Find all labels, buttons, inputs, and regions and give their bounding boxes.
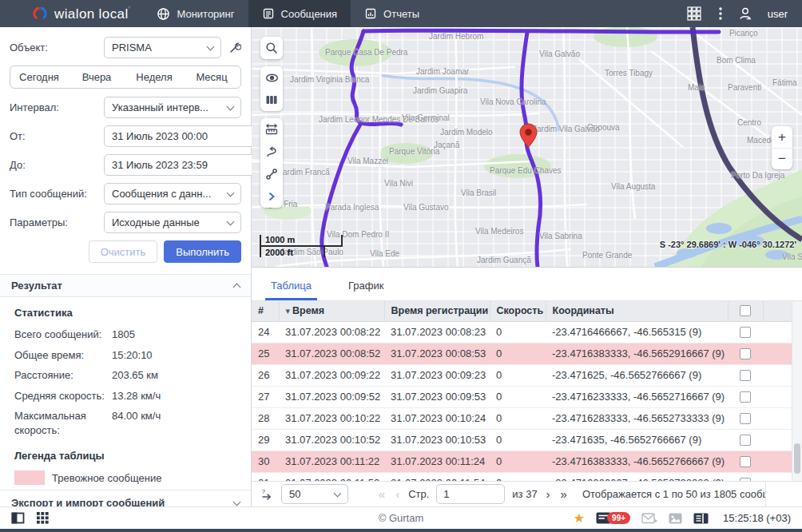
legend-swatch: [14, 470, 45, 485]
message-type-select[interactable]: Сообщения с данн...: [104, 183, 241, 204]
notifications-icon[interactable]: 99+: [596, 512, 630, 524]
row-checkbox[interactable]: [740, 413, 751, 424]
table-row[interactable]: 2731.07.2023 00:09:5231.07.2023 00:09:53…: [252, 386, 792, 407]
kebab-menu-icon[interactable]: [718, 6, 723, 21]
chevron-down-icon: [227, 189, 235, 197]
tab-table[interactable]: Таблица: [271, 280, 312, 300]
zoom-out-button[interactable]: −: [772, 148, 792, 169]
range-yesterday-button[interactable]: Вчера: [68, 66, 125, 88]
goto-message-icon[interactable]: ?: [260, 487, 274, 502]
execute-button[interactable]: Выполнить: [164, 240, 241, 263]
track-points-icon[interactable]: [260, 163, 283, 185]
table-row[interactable]: 2931.07.2023 00:10:5231.07.2023 00:10:53…: [252, 429, 792, 451]
zoom-in-button[interactable]: +: [772, 126, 792, 148]
favorites-star-icon[interactable]: ★: [574, 512, 585, 525]
table-scrollbar[interactable]: [792, 301, 802, 481]
map-area-label: Jardim Modelo: [440, 128, 493, 137]
map-area-label: Vila Sil: [782, 252, 802, 261]
cursor-coordinates: S -23° 29.6869' : W -046° 30.1272': [660, 240, 796, 249]
unread-count-badge: 99+: [607, 512, 630, 524]
map-area-label: Vila Brasil: [461, 189, 496, 197]
wrench-icon[interactable]: [228, 42, 241, 54]
stat-label: Всего сообщений:: [14, 328, 112, 342]
logo-accent: ’: [129, 5, 131, 14]
user-icon[interactable]: [738, 6, 752, 21]
apps-grid-icon[interactable]: [685, 5, 703, 22]
table-row[interactable]: 3131.07.2023 00:11:5231.07.2023 00:11:54…: [252, 472, 792, 481]
cell-filler: [763, 429, 792, 451]
to-label: До:: [10, 159, 104, 171]
row-checkbox[interactable]: [740, 456, 751, 467]
visibility-eye-icon[interactable]: [260, 66, 283, 89]
table-row[interactable]: 2531.07.2023 00:08:5231.07.2023 00:08:53…: [252, 343, 792, 364]
range-today-button[interactable]: Сегодня: [10, 66, 68, 88]
range-month-button[interactable]: Месяц: [183, 66, 240, 88]
username-label[interactable]: user: [768, 8, 788, 20]
map-area-label: Jardim Virginia Bianca: [290, 75, 369, 84]
parameters-select[interactable]: Исходные данные: [104, 212, 241, 233]
map-layers-icon[interactable]: [260, 89, 283, 111]
table-row[interactable]: 3031.07.2023 00:11:2231.07.2023 00:11:24…: [252, 451, 792, 472]
cell-select: [728, 407, 763, 429]
col-select: [728, 301, 763, 321]
messages-table-wrap: # ▾Время Время регистрации Скорость Коор…: [252, 301, 802, 481]
prev-page-button[interactable]: ‹: [394, 487, 401, 501]
pagination-info: Отображается с 1 по 50 из 1805 сообщений: [582, 488, 794, 500]
wialon-logo-icon: [32, 6, 48, 22]
row-checkbox[interactable]: [740, 348, 751, 359]
to-datetime-input[interactable]: [104, 154, 260, 176]
next-page-button[interactable]: ›: [545, 487, 552, 501]
stat-label: Средняя скорость:: [14, 389, 112, 403]
track-route-icon[interactable]: [260, 141, 283, 163]
result-section-header[interactable]: Результат: [0, 274, 251, 297]
map[interactable]: Jardim HebromPicançoParque Casa De Pedra…: [252, 27, 802, 267]
page-size-select[interactable]: 50: [281, 484, 348, 504]
map-area-label: Jardim Vila Galvão: [533, 125, 600, 133]
col-time[interactable]: ▾Время: [279, 301, 384, 321]
range-week-button[interactable]: Неделя: [125, 66, 183, 88]
clear-button[interactable]: Очистить: [89, 240, 158, 263]
row-checkbox[interactable]: [740, 435, 751, 446]
toggle-left-panel-icon[interactable]: [11, 512, 25, 524]
select-all-checkbox[interactable]: [740, 305, 751, 316]
last-page-button[interactable]: »: [559, 487, 569, 501]
row-checkbox[interactable]: [740, 327, 751, 338]
map-search-icon[interactable]: [260, 37, 283, 59]
location-marker-icon[interactable]: [519, 123, 538, 148]
stat-row: Всего сообщений:1805: [14, 328, 236, 342]
cell-reg: 31.07.2023 00:08:53: [384, 343, 490, 364]
map-area-label: Vila Ede: [370, 249, 399, 258]
table-legend-title: Легенда таблицы: [14, 450, 236, 462]
bottom-apps-grid-icon[interactable]: [37, 512, 49, 524]
row-checkbox[interactable]: [740, 391, 751, 403]
chevron-down-icon: [207, 42, 215, 50]
expand-tools-chevron-icon[interactable]: [260, 185, 283, 208]
tab-chart[interactable]: График: [348, 280, 383, 300]
map-tools: [260, 37, 283, 208]
table-scrollbar-thumb[interactable]: [794, 443, 800, 474]
layout-panels-icon[interactable]: [693, 513, 709, 524]
stat-value: 203.65 км: [112, 368, 158, 383]
tab-monitoring[interactable]: Мониторинг: [143, 0, 248, 27]
object-select[interactable]: PRISMA: [104, 37, 221, 58]
interval-select[interactable]: Указанный интерв...: [104, 97, 241, 118]
main-nav: Мониторинг Сообщения Отчеты: [143, 0, 433, 27]
from-datetime-input[interactable]: [104, 125, 260, 147]
row-checkbox[interactable]: [740, 370, 751, 381]
table-row[interactable]: 2631.07.2023 00:09:2231.07.2023 00:09:23…: [252, 364, 792, 386]
first-page-button[interactable]: «: [377, 487, 387, 501]
tab-reports[interactable]: Отчеты: [351, 0, 433, 27]
send-message-icon: [641, 513, 657, 524]
table-row[interactable]: 2831.07.2023 00:10:2231.07.2023 00:10:24…: [252, 407, 792, 429]
stat-label: Расстояние:: [14, 368, 112, 383]
legend-list: Тревожное сообщение: [14, 470, 236, 485]
ruler-icon[interactable]: [260, 118, 283, 141]
cell-filler: [763, 364, 792, 386]
map-area-label: Jardim Guapira: [413, 86, 467, 95]
chevron-down-icon: [227, 102, 235, 110]
cell-reg: 31.07.2023 00:10:53: [384, 429, 490, 451]
page-number-input[interactable]: [436, 484, 505, 504]
tab-messages[interactable]: Сообщения: [248, 0, 351, 27]
table-row[interactable]: 2431.07.2023 00:08:2231.07.2023 00:08:23…: [252, 321, 792, 343]
legend-label: Тревожное сообщение: [52, 472, 161, 484]
